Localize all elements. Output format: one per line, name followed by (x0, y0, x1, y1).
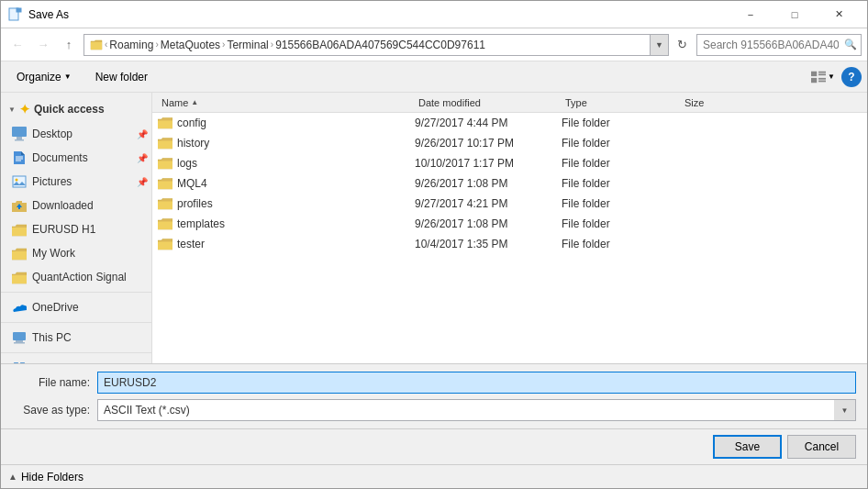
path-metaquotes: MetaQuotes (161, 39, 220, 51)
new-folder-button[interactable]: New folder (85, 65, 158, 89)
svg-rect-9 (12, 127, 27, 137)
sidebar-item-thispc[interactable]: This PC (1, 326, 151, 350)
eurusd-folder-icon (12, 222, 27, 237)
help-button[interactable]: ? (841, 67, 862, 87)
svg-rect-3 (811, 71, 817, 75)
file-cell-name: MQL4 (158, 177, 415, 190)
hide-folders-bar[interactable]: ▲ Hide Folders (1, 464, 867, 488)
view-toggle-button[interactable]: ▼ (810, 65, 836, 89)
file-row[interactable]: logs 10/10/2017 1:17 PM File folder (152, 153, 867, 173)
col-date-label: Date modified (418, 97, 481, 108)
col-header-size[interactable]: Size (681, 93, 773, 112)
file-row[interactable]: history 9/26/2017 10:17 PM File folder (152, 133, 867, 153)
main-content: ▼ ✦ Quick access Desktop 📌 (1, 93, 867, 363)
sidebar-item-desktop[interactable]: Desktop 📌 (1, 122, 151, 146)
cancel-button[interactable]: Cancel (787, 435, 856, 459)
row-folder-icon (158, 157, 172, 170)
svg-rect-5 (818, 73, 826, 75)
sidebar-eurusd-label: EURUSD H1 (32, 223, 95, 236)
sidebar-quantaction-label: QuantAction Signal (32, 271, 127, 283)
col-header-name[interactable]: Name ▲ (158, 93, 415, 112)
forward-button[interactable]: → (32, 34, 54, 56)
maximize-button[interactable]: □ (773, 1, 816, 28)
address-path[interactable]: ‹ Roaming › MetaQuotes › Terminal › 9155… (83, 34, 651, 56)
sidebar-documents-label: Documents (32, 151, 88, 164)
downloaded-icon (12, 198, 27, 213)
sidebar-divider-2 (1, 322, 151, 323)
file-cell-date: 9/26/2017 1:08 PM (415, 177, 562, 190)
sidebar-item-onedrive[interactable]: OneDrive (1, 295, 151, 319)
svg-rect-21 (14, 342, 25, 344)
search-input[interactable] (696, 34, 862, 56)
sidebar-item-documents[interactable]: Documents 📌 (1, 146, 151, 170)
filetype-label: Save as type: (12, 404, 90, 417)
filename-label: File name: (12, 376, 90, 389)
sidebar-item-downloaded[interactable]: Downloaded (1, 194, 151, 217)
toolbar-right: ▼ ? (810, 65, 862, 89)
file-cell-type: File folder (562, 177, 681, 190)
file-row[interactable]: templates 9/26/2017 1:08 PM File folder (152, 214, 867, 234)
sidebar-section-quickaccess[interactable]: ▼ ✦ Quick access (1, 96, 151, 122)
row-folder-icon (158, 137, 172, 150)
file-row[interactable]: config 9/27/2017 4:44 PM File folder (152, 113, 867, 133)
quantaction-folder-icon (12, 270, 27, 284)
filename-row: File name: (12, 372, 856, 394)
close-button[interactable]: ✕ (818, 1, 860, 28)
mywork-folder-icon (12, 246, 27, 261)
row-folder-icon (158, 238, 172, 250)
quickaccess-label: Quick access (34, 103, 105, 116)
sidebar-item-pictures[interactable]: Pictures 📌 (1, 170, 151, 194)
sidebar-item-mywork[interactable]: My Work (1, 241, 151, 265)
svg-rect-4 (818, 71, 826, 72)
sidebar-thispc-label: This PC (32, 331, 72, 344)
filetype-select[interactable]: ASCII Text (*.csv) (97, 399, 856, 421)
col-header-date[interactable]: Date modified (415, 93, 562, 112)
file-list-header: Name ▲ Date modified Type Size (152, 93, 867, 113)
organize-caret: ▼ (64, 72, 72, 81)
filetype-row: Save as type: ASCII Text (*.csv) ▼ (12, 399, 856, 421)
sidebar-item-quantaction[interactable]: QuantAction Signal (1, 265, 151, 289)
svg-rect-15 (13, 176, 26, 187)
col-type-label: Type (565, 97, 587, 108)
hide-folders-label: Hide Folders (21, 471, 83, 483)
save-button[interactable]: Save (713, 435, 782, 459)
sidebar-downloaded-label: Downloaded (32, 199, 94, 212)
back-button[interactable]: ← (6, 34, 28, 56)
organize-button[interactable]: Organize ▼ (6, 65, 82, 89)
hide-folders-icon: ▲ (8, 472, 17, 482)
file-cell-type: File folder (562, 238, 681, 250)
minimize-button[interactable]: − (729, 1, 772, 28)
pictures-icon (12, 174, 27, 189)
row-folder-icon (158, 117, 172, 129)
svg-rect-7 (818, 77, 826, 79)
pin-desktop-icon: 📌 (137, 129, 148, 139)
address-dropdown-button[interactable]: ▼ (651, 34, 669, 56)
pin-pictures-icon: 📌 (137, 177, 148, 187)
file-cell-type: File folder (562, 197, 681, 210)
filename-input[interactable] (97, 372, 856, 394)
file-list: config 9/27/2017 4:44 PM File folder his… (152, 113, 867, 363)
sidebar-item-network[interactable]: Network (1, 356, 151, 363)
documents-icon (12, 150, 27, 165)
file-cell-name: tester (158, 238, 415, 250)
svg-point-16 (16, 179, 18, 182)
file-cell-type: File folder (562, 157, 681, 170)
file-row[interactable]: tester 10/4/2017 1:35 PM File folder (152, 234, 867, 254)
up-button[interactable]: ↑ (58, 34, 80, 56)
sidebar-desktop-label: Desktop (32, 128, 72, 140)
file-cell-type: File folder (562, 217, 681, 230)
sort-arrow-icon: ▲ (191, 98, 198, 106)
file-row[interactable]: MQL4 9/26/2017 1:08 PM File folder (152, 173, 867, 194)
file-cell-name: history (158, 137, 415, 150)
refresh-button[interactable]: ↻ (671, 34, 693, 56)
file-cell-date: 9/26/2017 1:08 PM (415, 217, 562, 230)
sidebar-item-eurusd[interactable]: EURUSD H1 (1, 217, 151, 241)
quickaccess-collapse-icon: ▼ (8, 106, 16, 114)
folder-icon (90, 39, 103, 51)
file-row[interactable]: profiles 9/27/2017 4:21 PM File folder (152, 194, 867, 214)
view-caret: ▼ (828, 72, 835, 81)
col-header-type[interactable]: Type (562, 93, 681, 112)
path-terminal: Terminal (227, 39, 268, 51)
file-area: Name ▲ Date modified Type Size (152, 93, 867, 363)
file-cell-date: 9/27/2017 4:44 PM (415, 117, 562, 129)
